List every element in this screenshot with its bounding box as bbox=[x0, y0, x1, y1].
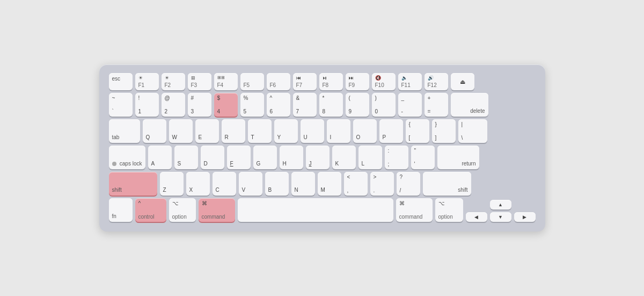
arrow-cluster: ▲◀▼▶ bbox=[466, 200, 536, 222]
key-command-right[interactable]: ⌘ command bbox=[396, 198, 433, 222]
key-7[interactable]: &7 bbox=[293, 93, 317, 117]
key-0[interactable]: )0 bbox=[372, 93, 396, 117]
key-f5[interactable]: F5 bbox=[240, 73, 264, 90]
key-comma[interactable]: <, bbox=[344, 172, 368, 196]
key-5[interactable]: %5 bbox=[240, 93, 264, 117]
keyboard: esc ☀ F1 ☀ F2 ⊞ F3 ⊞⊞ F4 bbox=[99, 64, 545, 232]
key-w[interactable]: W bbox=[169, 119, 193, 143]
key-h[interactable]: H bbox=[280, 146, 303, 169]
key-minus[interactable]: _- bbox=[398, 93, 422, 117]
key-d[interactable]: D bbox=[201, 146, 224, 169]
key-slash[interactable]: ?/ bbox=[397, 172, 420, 196]
key-backslash[interactable]: |\ bbox=[458, 119, 487, 143]
key-s[interactable]: S bbox=[174, 146, 198, 169]
key-k[interactable]: K bbox=[332, 146, 356, 169]
key-i[interactable]: I bbox=[327, 119, 350, 143]
key-2[interactable]: @2 bbox=[162, 93, 185, 117]
key-1[interactable]: !1 bbox=[135, 93, 159, 117]
key-equals[interactable]: += bbox=[425, 93, 448, 117]
key-n[interactable]: N bbox=[291, 172, 315, 196]
zxcv-row: shift Z X C V B N M <, >. ?/ shift bbox=[109, 172, 536, 196]
fn-row: esc ☀ F1 ☀ F2 ⊞ F3 ⊞⊞ F4 bbox=[109, 73, 536, 90]
key-f7[interactable]: ⏮ F7 bbox=[293, 73, 317, 90]
key-u[interactable]: U bbox=[301, 119, 324, 143]
key-a[interactable]: A bbox=[148, 146, 172, 169]
key-e[interactable]: E bbox=[195, 119, 219, 143]
key-lbracket[interactable]: {[ bbox=[406, 119, 429, 143]
key-f4[interactable]: ⊞⊞ F4 bbox=[214, 73, 238, 90]
key-j[interactable]: J bbox=[306, 146, 330, 169]
key-3[interactable]: #3 bbox=[188, 93, 211, 117]
key-f3[interactable]: ⊞ F3 bbox=[188, 73, 211, 90]
key-shift-left[interactable]: shift bbox=[109, 172, 157, 196]
key-y[interactable]: Y bbox=[274, 119, 298, 143]
key-f2[interactable]: ☀ F2 bbox=[162, 73, 185, 90]
key-esc[interactable]: esc bbox=[109, 73, 133, 90]
key-q[interactable]: Q bbox=[143, 119, 166, 143]
key-rbracket[interactable]: }] bbox=[432, 119, 456, 143]
key-arrow-left[interactable]: ◀ bbox=[466, 212, 487, 222]
asdf-row: caps lock A S D F G H J K L :; "' return bbox=[109, 146, 536, 169]
key-backtick[interactable]: ~` bbox=[109, 93, 133, 117]
key-tab[interactable]: tab bbox=[109, 119, 140, 143]
key-9[interactable]: (9 bbox=[346, 93, 369, 117]
key-4[interactable]: $4 bbox=[214, 93, 238, 117]
key-shift-right[interactable]: shift bbox=[423, 172, 471, 196]
key-return[interactable]: return bbox=[437, 146, 479, 169]
key-o[interactable]: O bbox=[353, 119, 377, 143]
key-f11[interactable]: 🔈 F11 bbox=[398, 73, 422, 90]
key-command-left[interactable]: ⌘ command bbox=[199, 198, 235, 222]
key-quote[interactable]: "' bbox=[411, 146, 435, 169]
key-t[interactable]: T bbox=[248, 119, 272, 143]
key-space[interactable] bbox=[238, 198, 393, 222]
key-x[interactable]: X bbox=[186, 172, 210, 196]
key-z[interactable]: Z bbox=[160, 172, 184, 196]
bottom-row: fn ^ control ⌥ option ⌘ command ⌘ comman… bbox=[109, 198, 536, 222]
key-eject[interactable]: ⏏ bbox=[451, 73, 474, 90]
key-control[interactable]: ^ control bbox=[135, 198, 166, 222]
key-g[interactable]: G bbox=[253, 146, 277, 169]
key-option-right[interactable]: ⌥ option bbox=[435, 198, 463, 222]
key-capslock[interactable]: caps lock bbox=[109, 146, 145, 169]
key-m[interactable]: M bbox=[318, 172, 341, 196]
capslock-indicator bbox=[112, 162, 116, 166]
key-arrow-down[interactable]: ▼ bbox=[490, 212, 511, 222]
key-v[interactable]: V bbox=[239, 172, 262, 196]
key-r[interactable]: R bbox=[222, 119, 245, 143]
key-period[interactable]: >. bbox=[370, 172, 394, 196]
key-f1[interactable]: ☀ F1 bbox=[135, 73, 159, 90]
qwerty-row: tab Q W E R T Y U I O P {[ }] |\ bbox=[109, 119, 536, 143]
key-f[interactable]: F bbox=[227, 146, 251, 169]
key-f12[interactable]: 🔊 F12 bbox=[425, 73, 448, 90]
key-c[interactable]: C bbox=[213, 172, 236, 196]
key-arrow-up[interactable]: ▲ bbox=[490, 200, 511, 210]
key-option-left[interactable]: ⌥ option bbox=[169, 198, 196, 222]
key-f10[interactable]: 🔇 F10 bbox=[372, 73, 396, 90]
key-fn[interactable]: fn bbox=[109, 198, 133, 222]
key-arrow-right[interactable]: ▶ bbox=[514, 212, 536, 222]
key-p[interactable]: P bbox=[379, 119, 403, 143]
number-row: ~` !1 @2 #3 $4 %5 ^6 &7 *8 (9 )0 bbox=[109, 93, 536, 117]
key-b[interactable]: B bbox=[265, 172, 289, 196]
key-f9[interactable]: ⏭ F9 bbox=[346, 73, 369, 90]
key-f6[interactable]: F6 bbox=[267, 73, 290, 90]
key-8[interactable]: *8 bbox=[319, 93, 343, 117]
key-delete[interactable]: delete bbox=[451, 93, 488, 117]
key-f8[interactable]: ⏯ F8 bbox=[319, 73, 343, 90]
key-semicolon[interactable]: :; bbox=[385, 146, 408, 169]
key-l[interactable]: L bbox=[358, 146, 382, 169]
key-6[interactable]: ^6 bbox=[267, 93, 290, 117]
